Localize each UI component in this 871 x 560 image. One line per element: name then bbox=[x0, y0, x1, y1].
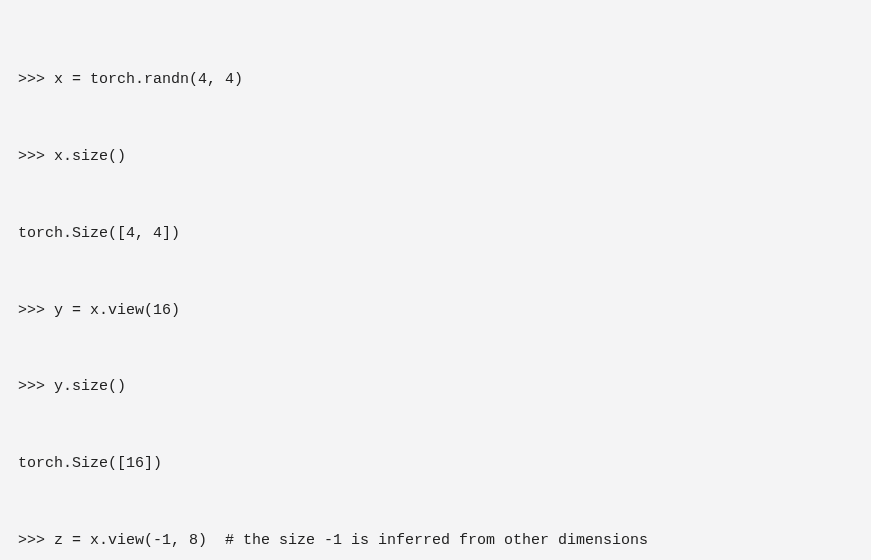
code-block: >>> x = torch.randn(4, 4) >>> x.size() t… bbox=[18, 16, 853, 560]
code-line: torch.Size([16]) bbox=[18, 451, 853, 477]
code-line: >>> x.size() bbox=[18, 144, 853, 170]
code-line: >>> z = x.view(-1, 8) # the size -1 is i… bbox=[18, 528, 853, 554]
code-line: >>> y = x.view(16) bbox=[18, 298, 853, 324]
code-line: torch.Size([4, 4]) bbox=[18, 221, 853, 247]
code-line: >>> y.size() bbox=[18, 374, 853, 400]
code-line: >>> x = torch.randn(4, 4) bbox=[18, 67, 853, 93]
